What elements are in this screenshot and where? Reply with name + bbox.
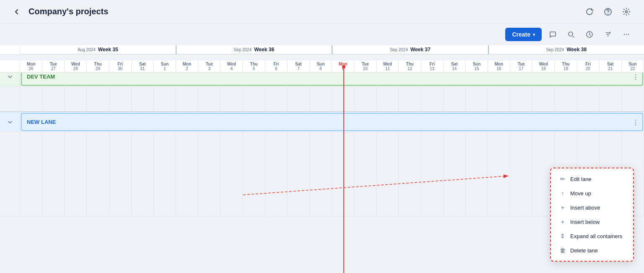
day-cell: Sat31 xyxy=(132,60,154,72)
day-num: 22 xyxy=(630,66,635,71)
back-button[interactable] xyxy=(10,5,23,18)
day-name: Tue xyxy=(206,62,213,66)
edit-lane-label: Edit lane xyxy=(570,176,592,182)
dev-team-day-cell[interactable] xyxy=(510,87,532,111)
day-cell: Sat7 xyxy=(288,60,310,72)
new-lane-day-cell[interactable] xyxy=(87,132,109,216)
day-name: Wed xyxy=(383,62,392,66)
more-icon-btn[interactable] xyxy=(619,27,634,42)
chat-icon-btn[interactable] xyxy=(545,27,560,42)
new-lane-day-cell[interactable] xyxy=(332,132,354,216)
dev-team-day-cell[interactable] xyxy=(488,87,510,111)
dev-team-day-cell[interactable] xyxy=(332,87,354,111)
dev-team-day-cell[interactable] xyxy=(421,87,444,111)
dev-team-day-cell[interactable] xyxy=(600,87,622,111)
day-cell: Fri20 xyxy=(577,60,600,72)
day-num: 12 xyxy=(408,66,412,71)
dev-team-day-cell[interactable] xyxy=(555,87,577,111)
edit-lane-item[interactable]: ✏ Edit lane xyxy=(551,172,633,186)
new-lane-day-cell[interactable] xyxy=(176,132,198,216)
new-lane-day-cell[interactable] xyxy=(444,132,466,216)
new-lane-day-cell[interactable] xyxy=(221,132,243,216)
move-up-item[interactable]: ↑ Move up xyxy=(551,186,633,200)
new-lane-day-cell[interactable] xyxy=(132,132,154,216)
day-num: 1 xyxy=(164,66,166,71)
edit-icon: ✏ xyxy=(559,176,566,182)
help-icon[interactable] xyxy=(600,4,615,19)
search-icon-btn[interactable] xyxy=(564,27,579,42)
new-lane-day-cell[interactable] xyxy=(310,132,332,216)
new-lane-day-cell[interactable] xyxy=(243,132,265,216)
settings-icon[interactable] xyxy=(619,4,634,19)
create-button[interactable]: Create ▾ xyxy=(505,28,542,41)
dev-team-day-cell[interactable] xyxy=(466,87,488,111)
new-lane-day-cell[interactable] xyxy=(354,132,377,216)
dev-team-day-cell[interactable] xyxy=(243,87,265,111)
new-lane-day-cell[interactable] xyxy=(466,132,488,216)
new-lane-day-cell[interactable] xyxy=(377,132,399,216)
dev-team-day-cell[interactable] xyxy=(444,87,466,111)
page-title: Company's projects xyxy=(29,7,108,16)
insert-above-item[interactable]: + Insert above xyxy=(551,200,633,215)
new-lane-day-cell[interactable] xyxy=(265,132,288,216)
dev-team-day-cell[interactable] xyxy=(310,87,332,111)
new-lane-day-cell[interactable] xyxy=(399,132,421,216)
dev-team-day-cell[interactable] xyxy=(577,87,600,111)
dev-team-day-cell[interactable] xyxy=(377,87,399,111)
dev-team-day-cell[interactable] xyxy=(399,87,421,111)
new-lane-day-cell[interactable] xyxy=(510,132,532,216)
dev-team-more-btn[interactable]: ⋮ xyxy=(632,73,639,81)
delete-lane-item[interactable]: 🗑 Delete lane xyxy=(551,243,633,257)
dev-team-day-cell[interactable] xyxy=(198,87,221,111)
new-lane-day-cell[interactable] xyxy=(288,132,310,216)
new-lane-day-cell[interactable] xyxy=(154,132,176,216)
day-name: Tue xyxy=(362,62,369,66)
day-num: 28 xyxy=(73,66,78,71)
day-num: 30 xyxy=(118,66,122,71)
day-name: Fri xyxy=(429,62,435,66)
dev-team-day-cell[interactable] xyxy=(288,87,310,111)
dev-team-day-cell[interactable] xyxy=(265,87,288,111)
new-lane-collapse-icon[interactable] xyxy=(8,120,13,125)
expand-icon: ⇕ xyxy=(559,233,566,239)
refresh-icon[interactable] xyxy=(582,4,597,19)
dev-team-day-cell[interactable] xyxy=(176,87,198,111)
new-lane-day-cell[interactable] xyxy=(42,132,65,216)
filter-icon-btn[interactable] xyxy=(600,27,615,42)
dev-team-day-cell[interactable] xyxy=(154,87,176,111)
day-cell: Thu5 xyxy=(243,60,265,72)
day-name: Fri xyxy=(273,62,279,66)
day-cell: Sat21 xyxy=(600,60,622,72)
expand-containers-item[interactable]: ⇕ Expand all containers xyxy=(551,229,633,243)
new-lane-day-cell[interactable] xyxy=(20,132,42,216)
new-lane-day-cell[interactable] xyxy=(198,132,221,216)
day-num: 26 xyxy=(29,66,34,71)
dev-team-day-cell[interactable] xyxy=(221,87,243,111)
new-lane-day-cell[interactable] xyxy=(488,132,510,216)
week36-month: Sep 2024 xyxy=(234,47,252,52)
day-name: Thu xyxy=(250,62,257,66)
create-label: Create xyxy=(512,31,530,38)
dev-team-day-cell[interactable] xyxy=(42,87,65,111)
new-lane-day-cell[interactable] xyxy=(65,132,87,216)
move-up-icon: ↑ xyxy=(559,190,566,197)
day-num: 29 xyxy=(96,66,100,71)
dev-team-day-cell[interactable] xyxy=(109,87,132,111)
dev-team-day-cell[interactable] xyxy=(622,87,644,111)
new-lane-more-btn[interactable]: ⋮ xyxy=(632,118,639,126)
day-cell: Mon16 xyxy=(488,60,510,72)
new-lane-day-cell[interactable] xyxy=(109,132,132,216)
week36-label: Week 36 xyxy=(254,47,274,52)
dev-team-day-cell[interactable] xyxy=(87,87,109,111)
dev-team-day-cell[interactable] xyxy=(132,87,154,111)
insert-below-item[interactable]: + Insert below xyxy=(551,215,633,229)
dev-team-day-cell[interactable] xyxy=(532,87,555,111)
day-num: 6 xyxy=(275,66,278,71)
day-name: Mon xyxy=(495,62,504,66)
new-lane-day-cell[interactable] xyxy=(421,132,444,216)
history-icon-btn[interactable] xyxy=(582,27,597,42)
dev-team-day-cell[interactable] xyxy=(20,87,42,111)
dev-team-day-cell[interactable] xyxy=(65,87,87,111)
dev-team-day-cell[interactable] xyxy=(354,87,377,111)
dev-team-collapse-icon[interactable] xyxy=(8,74,13,79)
